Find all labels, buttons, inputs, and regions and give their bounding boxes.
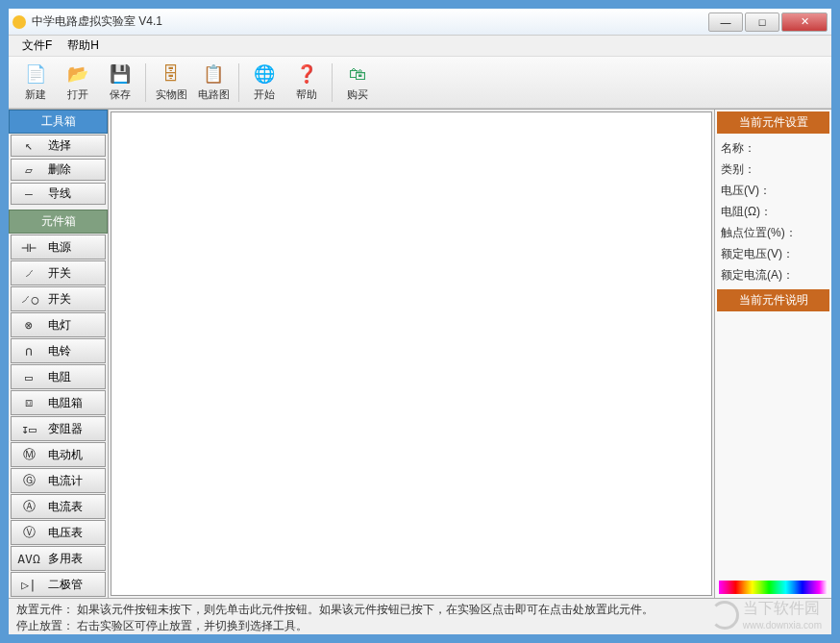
toolbar-separator <box>238 63 239 102</box>
cart-icon: 🛍 <box>346 62 369 86</box>
toolbox-header: 工具箱 <box>9 110 108 134</box>
part-label: 二极管 <box>46 577 105 593</box>
part-label: 电灯 <box>46 317 105 334</box>
part-二极管[interactable]: ▷|二极管 <box>11 572 106 597</box>
part-label: 电阻箱 <box>46 395 105 411</box>
buy-button[interactable]: 🛍 购买 <box>336 60 379 106</box>
prop-contact: 触点位置(%)： <box>717 222 829 243</box>
part-多用表[interactable]: AVΩ多用表 <box>11 546 106 571</box>
part-label: 电铃 <box>46 343 105 359</box>
delete-tool[interactable]: ▱ 删除 <box>11 159 106 181</box>
part-开关[interactable]: ⟋开关 <box>11 260 106 285</box>
watermark-logo-icon <box>710 601 739 630</box>
open-button[interactable]: 📂 打开 <box>57 60 99 106</box>
part-symbol-icon: ⊣⊢ <box>12 240 46 255</box>
prop-name: 名称： <box>717 137 829 159</box>
part-symbol-icon: AVΩ <box>12 552 46 566</box>
canvas-workspace[interactable] <box>111 111 712 596</box>
status-line-2: 停止放置： 右击实验区可停止放置，并切换到选择工具。 <box>16 618 824 634</box>
part-电流计[interactable]: Ⓖ电流计 <box>11 468 106 493</box>
window-title: 中学电路虚拟实验室 V4.1 <box>32 13 708 30</box>
part-symbol-icon: Ⓖ <box>12 472 46 489</box>
new-button[interactable]: 📄 新建 <box>14 60 57 106</box>
help-icon: ❓ <box>295 62 318 86</box>
start-button[interactable]: 🌐 开始 <box>243 60 285 106</box>
part-电阻[interactable]: ▭电阻 <box>11 364 106 389</box>
prop-type: 类别： <box>717 159 829 180</box>
content-area: 工具箱 ↖ 选择 ▱ 删除 — 导线 元件箱 ⊣⊢电源⟋开关⟋○开关⊗电灯∩电铃… <box>9 109 831 598</box>
part-变阻器[interactable]: ↧▭变阻器 <box>11 416 106 441</box>
statusbar: 放置元件： 如果该元件按钮未按下，则先单击此元件按钮。如果该元件按钮已按下，在实… <box>9 598 831 634</box>
part-symbol-icon: Ⓐ <box>12 498 46 515</box>
window-controls: — □ ✕ <box>708 12 828 32</box>
toolbar-separator <box>145 63 146 102</box>
wire-tool[interactable]: — 导线 <box>11 183 106 205</box>
part-电压表[interactable]: Ⓥ电压表 <box>11 520 106 545</box>
part-symbol-icon: Ⓜ <box>12 446 46 463</box>
left-panel: 工具箱 ↖ 选择 ▱ 删除 — 导线 元件箱 ⊣⊢电源⟋开关⟋○开关⊗电灯∩电铃… <box>9 110 109 598</box>
open-folder-icon: 📂 <box>66 62 89 86</box>
color-spectrum[interactable] <box>719 581 828 594</box>
part-label: 变阻器 <box>46 421 105 437</box>
toolbar-separator <box>332 63 333 102</box>
right-panel: 当前元件设置 名称： 类别： 电压(V)： 电阻(Ω)： 触点位置(%)： 额定… <box>714 110 831 598</box>
diagram-view-button[interactable]: 📋 电路图 <box>192 60 235 106</box>
real-view-icon: 🗄 <box>160 62 183 86</box>
part-label: 多用表 <box>46 551 105 567</box>
app-window: 中学电路虚拟实验室 V4.1 — □ ✕ 文件F 帮助H 📄 新建 📂 打开 💾… <box>8 8 832 635</box>
part-symbol-icon: Ⓥ <box>12 524 46 541</box>
part-label: 开关 <box>46 265 105 282</box>
prop-voltage: 电压(V)： <box>717 180 829 201</box>
close-button[interactable]: ✕ <box>781 12 828 32</box>
part-label: 电压表 <box>46 525 105 541</box>
prop-resistance: 电阻(Ω)： <box>717 201 829 222</box>
save-disk-icon: 💾 <box>109 62 132 86</box>
line-icon: — <box>12 186 46 201</box>
select-tool[interactable]: ↖ 选择 <box>11 135 106 157</box>
new-file-icon: 📄 <box>24 62 47 86</box>
part-symbol-icon: ▭ <box>12 370 46 384</box>
prop-rated-v: 额定电压(V)： <box>717 243 829 264</box>
part-symbol-icon: ⟋○ <box>12 292 46 307</box>
menu-help[interactable]: 帮助H <box>60 36 107 56</box>
part-label: 电动机 <box>46 447 105 463</box>
part-symbol-icon: ↧▭ <box>12 422 46 436</box>
desc-header: 当前元件说明 <box>717 289 829 311</box>
part-symbol-icon: ⧈ <box>12 395 46 410</box>
menu-file[interactable]: 文件F <box>14 36 60 56</box>
titlebar: 中学电路虚拟实验室 V4.1 — □ ✕ <box>9 9 831 36</box>
part-label: 电阻 <box>46 369 105 385</box>
part-label: 电流计 <box>46 473 105 489</box>
part-开关[interactable]: ⟋○开关 <box>11 286 106 311</box>
part-label: 电流表 <box>46 499 105 515</box>
part-symbol-icon: ▷| <box>12 578 46 592</box>
settings-header: 当前元件设置 <box>717 111 829 134</box>
cursor-icon: ↖ <box>12 138 46 153</box>
status-line-1: 放置元件： 如果该元件按钮未按下，则先单击此元件按钮。如果该元件按钮已按下，在实… <box>16 602 824 618</box>
diagram-icon: 📋 <box>202 62 225 86</box>
part-label: 开关 <box>46 291 105 308</box>
part-电灯[interactable]: ⊗电灯 <box>11 312 106 337</box>
maximize-button[interactable]: □ <box>745 12 779 32</box>
part-电源[interactable]: ⊣⊢电源 <box>11 235 106 260</box>
part-symbol-icon: ∩ <box>12 344 46 359</box>
minimize-button[interactable]: — <box>708 12 743 32</box>
globe-icon: 🌐 <box>253 62 276 86</box>
prop-rated-a: 额定电流(A)： <box>717 264 829 285</box>
parts-list: ⊣⊢电源⟋开关⟋○开关⊗电灯∩电铃▭电阻⧈电阻箱↧▭变阻器Ⓜ电动机Ⓖ电流计Ⓐ电流… <box>9 234 108 598</box>
part-电铃[interactable]: ∩电铃 <box>11 338 106 363</box>
part-symbol-icon: ⊗ <box>12 318 46 333</box>
menubar: 文件F 帮助H <box>9 36 831 57</box>
part-电动机[interactable]: Ⓜ电动机 <box>11 442 106 467</box>
watermark: 当下软件园 www.downxia.com <box>710 598 822 632</box>
desc-body <box>717 315 829 579</box>
app-icon <box>12 15 26 29</box>
help-button[interactable]: ❓ 帮助 <box>285 60 328 106</box>
part-symbol-icon: ⟋ <box>12 266 46 281</box>
toolbar: 📄 新建 📂 打开 💾 保存 🗄 实物图 📋 电路图 🌐 开始 ❓ 帮助 <box>9 57 831 109</box>
part-电阻箱[interactable]: ⧈电阻箱 <box>11 390 106 415</box>
part-电流表[interactable]: Ⓐ电流表 <box>11 494 106 519</box>
save-button[interactable]: 💾 保存 <box>99 60 141 106</box>
real-view-button[interactable]: 🗄 实物图 <box>150 60 192 106</box>
parts-header: 元件箱 <box>9 210 108 234</box>
